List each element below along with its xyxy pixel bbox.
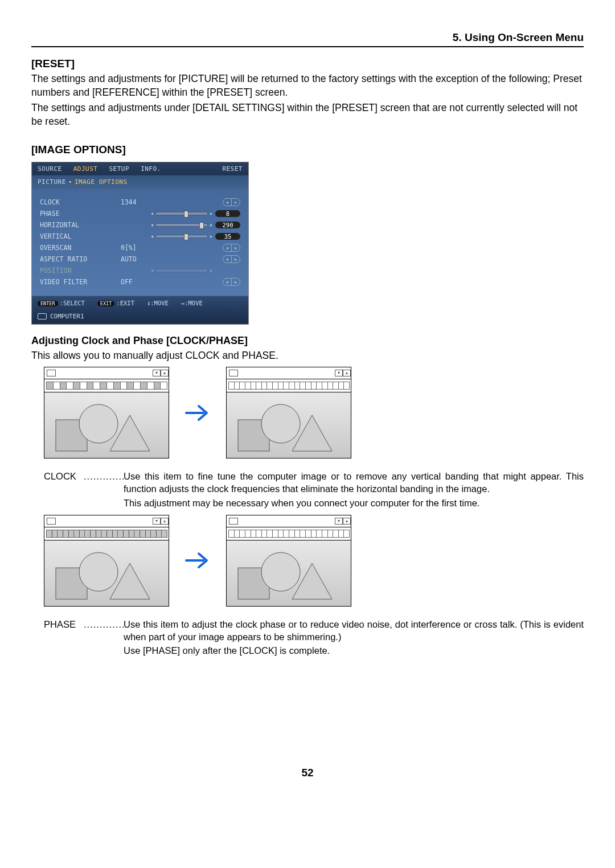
phase-definition: PHASE ................... Use this item …	[44, 618, 584, 658]
spinner-icon[interactable]: ◂▸	[223, 244, 240, 252]
osd-source: COMPUTER1	[32, 310, 248, 324]
spinner-icon[interactable]: ◂▸	[223, 255, 240, 263]
image-options-heading: [IMAGE OPTIONS]	[31, 144, 584, 156]
arrow-right-icon	[184, 396, 211, 430]
arrow-right-icon	[184, 543, 211, 578]
chapter-header: 5. Using On-Screen Menu	[31, 31, 584, 47]
reset-para-2: The settings and adjustments under [DETA…	[31, 101, 584, 128]
osd-row-video-filter[interactable]: VIDEO FILTER OFF ◂▸	[40, 276, 240, 288]
osd-screenshot: SOURCE ADJUST SETUP INFO. RESET PICTURE•…	[31, 162, 249, 325]
reset-heading: [RESET]	[31, 58, 584, 70]
page-number: 52	[31, 767, 584, 779]
monitor-icon	[38, 313, 47, 320]
osd-tab-reset[interactable]: RESET	[216, 162, 248, 175]
osd-tab-info[interactable]: INFO.	[135, 162, 167, 175]
osd-tab-setup[interactable]: SETUP	[104, 162, 136, 175]
osd-tab-adjust[interactable]: ADJUST	[68, 162, 104, 175]
spinner-icon[interactable]: ◂▸	[223, 278, 240, 286]
clock-definition: CLOCK ................... Use this item …	[44, 470, 584, 510]
svg-point-7	[79, 552, 118, 591]
osd-hints: ENTER:SELECT EXIT:EXIT ↕:MOVE ↔:MOVE	[32, 296, 248, 310]
svg-point-4	[261, 404, 300, 443]
osd-tab-source[interactable]: SOURCE	[32, 162, 68, 175]
osd-row-phase[interactable]: PHASE ◂▸ 8	[40, 208, 240, 219]
clock-illustration: ▾▴ ▾▴	[44, 367, 584, 458]
svg-point-10	[261, 552, 300, 591]
spinner-icon[interactable]: ◂▸	[223, 198, 240, 206]
clockphase-intro: This allows you to manually adjust CLOCK…	[31, 349, 584, 363]
osd-row-position: POSITION ◂▸	[40, 265, 240, 276]
osd-row-overscan[interactable]: OVERSCAN 0[%] ◂▸	[40, 242, 240, 253]
reset-para-1: The settings and adjustments for [PICTUR…	[31, 72, 584, 99]
osd-row-clock[interactable]: CLOCK 1344 ◂▸	[40, 196, 240, 208]
svg-point-1	[79, 404, 118, 443]
clockphase-heading: Adjusting Clock and Phase [CLOCK/PHASE]	[31, 335, 584, 347]
osd-row-horizontal[interactable]: HORIZONTAL ◂▸ 290	[40, 219, 240, 231]
osd-row-vertical[interactable]: VERTICAL ◂▸ 35	[40, 231, 240, 242]
phase-illustration: ▾▴ ▾▴	[44, 515, 584, 607]
osd-breadcrumb: PICTURE•IMAGE OPTIONS	[32, 176, 248, 190]
osd-row-aspect-ratio[interactable]: ASPECT RATIO AUTO ◂▸	[40, 253, 240, 265]
